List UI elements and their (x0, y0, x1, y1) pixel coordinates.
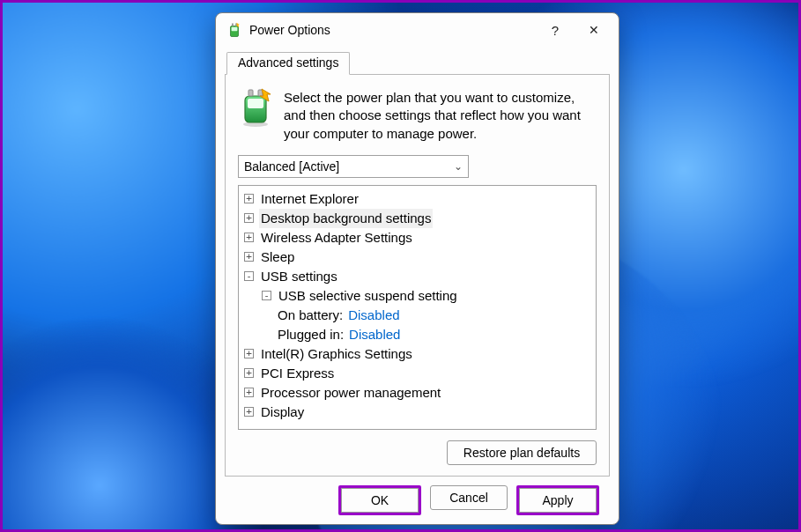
svg-rect-6 (248, 99, 263, 108)
expand-icon[interactable]: + (244, 368, 254, 378)
tree-node-desktop-background[interactable]: + Desktop background settings (241, 209, 594, 228)
help-button[interactable]: ? (536, 23, 575, 38)
power-plan-selected: Balanced [Active] (244, 159, 339, 174)
tree-node-sleep[interactable]: + Sleep (241, 248, 594, 267)
tree-node-processor-power[interactable]: + Processor power management (241, 383, 594, 403)
power-options-icon (226, 22, 242, 38)
tree-node-pci-express[interactable]: + PCI Express (241, 364, 594, 383)
collapse-icon[interactable]: - (262, 291, 271, 300)
chevron-down-icon: ⌄ (454, 160, 463, 173)
tab-advanced-settings[interactable]: Advanced settings (226, 52, 350, 75)
svg-rect-1 (232, 27, 238, 32)
svg-rect-2 (232, 24, 234, 26)
tree-node-internet-explorer[interactable]: + Internet Explorer (241, 189, 594, 209)
tree-node-display[interactable]: + Display (241, 403, 594, 422)
on-battery-value[interactable]: Disabled (348, 306, 399, 325)
battery-power-icon (238, 87, 273, 128)
plugged-in-value[interactable]: Disabled (349, 325, 400, 344)
tree-node-wireless-adapter[interactable]: + Wireless Adapter Settings (241, 228, 594, 248)
dialog-button-row: OK Cancel Apply (225, 477, 610, 515)
power-options-dialog: Power Options ? ✕ Advanced settings (215, 12, 619, 525)
expand-icon[interactable]: + (244, 194, 254, 203)
cancel-button[interactable]: Cancel (430, 485, 508, 510)
expand-icon[interactable]: + (244, 213, 254, 223)
intro-text: Select the power plan that you want to c… (284, 87, 597, 143)
expand-icon[interactable]: + (244, 407, 254, 417)
expand-icon[interactable]: + (244, 252, 254, 262)
collapse-icon[interactable]: - (244, 271, 254, 281)
tree-node-intel-graphics[interactable]: + Intel(R) Graphics Settings (241, 344, 594, 364)
svg-rect-7 (248, 90, 253, 96)
ok-button[interactable]: OK (341, 488, 419, 513)
restore-plan-defaults-button[interactable]: Restore plan defaults (447, 440, 597, 465)
power-plan-select[interactable]: Balanced [Active] ⌄ (238, 155, 469, 178)
apply-button[interactable]: Apply (519, 488, 597, 513)
expand-icon[interactable]: + (244, 233, 254, 242)
titlebar[interactable]: Power Options ? ✕ (216, 13, 619, 47)
client-area: Advanced settings (216, 47, 619, 524)
tree-leaf-on-battery[interactable]: On battery: Disabled (241, 306, 594, 325)
expand-icon[interactable]: + (244, 388, 254, 397)
tab-panel: Select the power plan that you want to c… (225, 74, 610, 477)
intro-row: Select the power plan that you want to c… (238, 87, 597, 143)
tree-node-usb-selective-suspend[interactable]: - USB selective suspend setting (241, 286, 594, 306)
settings-tree[interactable]: + Internet Explorer + Desktop background… (238, 185, 597, 430)
window-title: Power Options (249, 23, 536, 37)
expand-icon[interactable]: + (244, 349, 254, 358)
tree-leaf-plugged-in[interactable]: Plugged in: Disabled (241, 325, 594, 344)
tabstrip: Advanced settings (225, 52, 610, 75)
highlight-ok: OK (338, 485, 421, 515)
close-button[interactable]: ✕ (575, 23, 613, 37)
tree-node-usb-settings[interactable]: - USB settings (241, 267, 594, 286)
highlight-apply: Apply (516, 485, 599, 515)
